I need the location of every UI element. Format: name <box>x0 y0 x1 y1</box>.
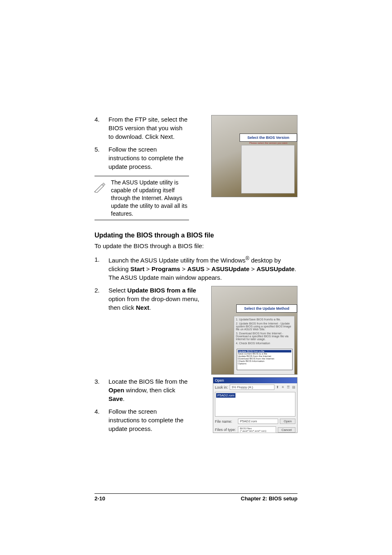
list-item: 3. Locate the BIOS file from the Open wi… <box>95 377 189 403</box>
window-name: Open <box>108 387 124 394</box>
text: > <box>204 265 211 272</box>
dropdown-item: Options <box>238 362 291 365</box>
option-text: 2. Update BIOS from the Internet - Updat… <box>236 322 293 331</box>
item-text: Locate the BIOS file from the Open windo… <box>108 377 189 403</box>
option-text: 1. Update/Save BIOS from/to a file. <box>236 318 293 321</box>
dialog-title: Open <box>213 378 297 383</box>
text: Launch the ASUS Update utility from the … <box>108 257 246 264</box>
file-item[interactable]: P5AD2.rom <box>216 393 235 398</box>
button-name: Save <box>108 395 123 402</box>
details-view-icon[interactable]: ▤ <box>292 385 295 389</box>
menu-path-asusupdate2: ASUSUpdate <box>256 265 295 272</box>
item-text: Select Update BIOS from a file option fr… <box>108 286 202 312</box>
chapter-title: Chapter 2: BIOS setup <box>241 495 297 502</box>
menu-path-asus: ASUS <box>187 265 205 272</box>
list-item: 1. Launch the ASUS Update utility from t… <box>95 255 297 282</box>
note-box: The ASUS Update utility is capable of up… <box>95 176 189 220</box>
open-button[interactable]: Open <box>280 419 295 424</box>
filesoftype-select[interactable]: BIOS Files (*.awd/*.bin/*.ami/*.rom) <box>238 426 276 433</box>
up-folder-icon[interactable]: ⬆ <box>276 385 279 389</box>
file-open-dialog: Open Look in: 3½ Floppy (A:) ⬆ ✳ ☰ ▤ P5A… <box>213 377 297 433</box>
lookin-label: Look in: <box>215 385 228 389</box>
item-number: 4. <box>95 407 108 433</box>
filename-label: File name: <box>215 419 236 424</box>
screenshot-banner: Select the BIOS Version <box>240 134 297 142</box>
screenshot-panel: 1. Update/Save BIOS from/to a file. 2. U… <box>234 316 295 375</box>
menu-path-asusupdate: ASUSUpdate <box>212 265 250 272</box>
note-text: The ASUS Update utility is capable of up… <box>111 179 187 217</box>
item-text: Follow the screen instructions to comple… <box>108 145 189 171</box>
file-list-area[interactable]: P5AD2.rom <box>215 392 295 417</box>
option-text: 3. Download BIOS from the Internet - Dow… <box>236 332 293 341</box>
registered-mark: ® <box>246 256 249 261</box>
option-text: 4. Check BIOS Information <box>236 342 293 345</box>
text: > <box>145 265 152 272</box>
text: . <box>123 395 125 402</box>
screenshot-panel <box>241 145 295 193</box>
list-item: 4. From the FTP site, select the BIOS ve… <box>95 115 189 141</box>
page-footer: 2-10 Chapter 2: BIOS setup <box>95 493 297 502</box>
section-intro: To update the BIOS through a BIOS file: <box>95 242 297 250</box>
text: Locate the BIOS file from the <box>108 378 188 385</box>
list-item: 5. Follow the screen instructions to com… <box>95 145 189 171</box>
button-name: Next <box>136 304 150 311</box>
list-item: 4. Follow the screen instructions to com… <box>95 407 189 433</box>
pencil-icon <box>94 181 105 193</box>
item-number: 4. <box>95 115 108 141</box>
text: window, then click <box>124 387 175 394</box>
text: > <box>249 265 256 272</box>
menu-path-start: Start <box>130 265 144 272</box>
text: option from the drop-down menu, then cli… <box>108 295 199 311</box>
lookin-select[interactable]: 3½ Floppy (A:) <box>230 385 274 390</box>
option-name: Update BIOS from a file <box>127 287 196 294</box>
item-text: Launch the ASUS Update utility from the … <box>108 255 297 282</box>
list-view-icon[interactable]: ☰ <box>287 385 290 389</box>
list-item: 2. Select Update BIOS from a file option… <box>95 286 202 312</box>
screenshot-banner: Select the Update Method <box>236 304 297 313</box>
page-number: 2-10 <box>95 495 105 502</box>
screenshot-select-bios-version: Select the BIOS Version Please select th… <box>211 115 297 197</box>
item-text: Follow the screen instructions to comple… <box>108 407 189 433</box>
new-folder-icon[interactable]: ✳ <box>281 385 284 389</box>
item-text: From the FTP site, select the BIOS versi… <box>108 115 189 141</box>
item-number: 3. <box>95 377 108 403</box>
item-number: 5. <box>95 145 108 171</box>
text: . <box>149 304 151 311</box>
filename-input[interactable]: P5AD2.rom <box>238 419 278 424</box>
text: > <box>180 265 187 272</box>
text: Select <box>108 287 127 294</box>
filesoftype-label: Files of type: <box>215 428 236 432</box>
screenshot-select-update-method: Select the Update Method 1. Update/Save … <box>211 286 297 375</box>
cancel-button[interactable]: Cancel <box>278 427 295 433</box>
menu-path-programs: Programs <box>152 265 180 272</box>
dropdown-expanded: Update BIOS from a file Save current BIO… <box>237 349 293 370</box>
item-number: 2. <box>95 286 108 312</box>
item-number: 1. <box>95 255 108 282</box>
section-heading: Updating the BIOS through a BIOS file <box>95 232 297 239</box>
screenshot-hint: Please select the version you want <box>244 142 293 144</box>
